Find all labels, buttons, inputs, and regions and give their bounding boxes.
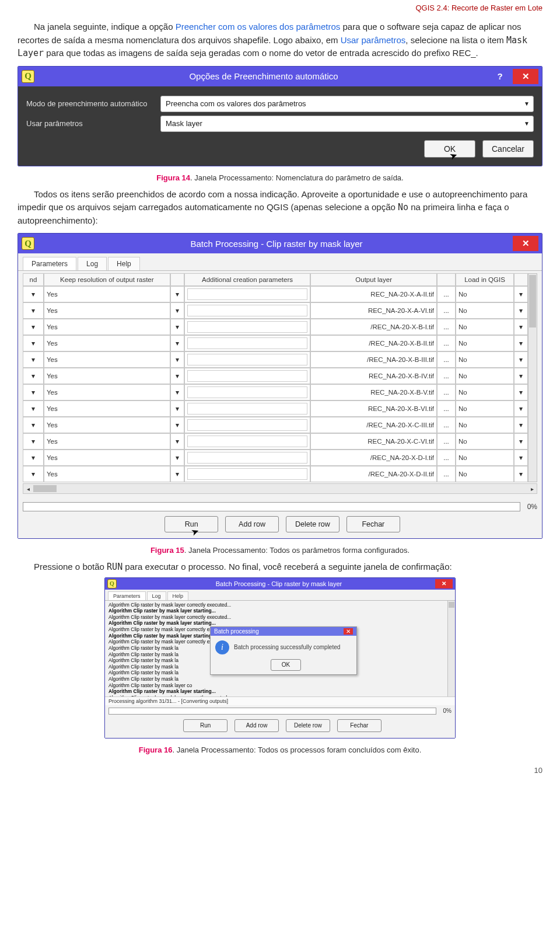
- delete-row-button[interactable]: Delete row: [286, 516, 340, 532]
- keep-res-dd[interactable]: ▾: [170, 319, 184, 335]
- autofill-mode-combo[interactable]: Preencha com os valores dos parâmetros▼: [160, 96, 534, 112]
- row-dd[interactable]: ▾: [23, 351, 44, 368]
- cancel-button[interactable]: Cancelar: [482, 140, 534, 158]
- keep-res-dd[interactable]: ▾: [170, 302, 184, 319]
- load-qgis-dd[interactable]: ▾: [514, 433, 528, 450]
- load-qgis-dd[interactable]: ▾: [514, 400, 528, 417]
- row-dd[interactable]: ▾: [23, 400, 44, 417]
- add-row-button[interactable]: Add row: [225, 516, 279, 532]
- tab-help[interactable]: Help: [167, 591, 189, 600]
- browse-button[interactable]: ...: [437, 384, 456, 400]
- delete-row-button[interactable]: Delete row: [286, 719, 330, 732]
- add-row-button[interactable]: Add row: [235, 719, 279, 732]
- load-qgis-dd[interactable]: ▾: [514, 351, 528, 368]
- load-qgis-dd[interactable]: ▾: [514, 450, 528, 466]
- info-icon: i: [215, 640, 229, 654]
- run-button[interactable]: Run➤: [164, 516, 218, 532]
- close-icon[interactable]: ✕: [513, 236, 538, 251]
- load-qgis-dd[interactable]: ▾: [514, 319, 528, 335]
- keep-res-value: Yes: [44, 286, 170, 302]
- keep-res-dd[interactable]: ▾: [170, 466, 184, 482]
- row-dd[interactable]: ▾: [23, 417, 44, 433]
- keep-res-value: Yes: [44, 368, 170, 384]
- addparams-input[interactable]: [187, 419, 308, 431]
- chevron-down-icon: ▼: [524, 120, 530, 127]
- browse-button[interactable]: ...: [437, 302, 456, 319]
- keep-res-dd[interactable]: ▾: [170, 286, 184, 302]
- load-qgis-dd[interactable]: ▾: [514, 368, 528, 384]
- browse-button[interactable]: ...: [437, 450, 456, 466]
- ok-button[interactable]: OK➤: [424, 140, 475, 158]
- tab-parameters[interactable]: Parameters: [108, 591, 146, 600]
- load-qgis-dd[interactable]: ▾: [514, 286, 528, 302]
- close-icon[interactable]: ✕: [344, 628, 353, 635]
- browse-button[interactable]: ...: [437, 417, 456, 433]
- run-button[interactable]: Run: [183, 719, 228, 732]
- addparams-input[interactable]: [187, 321, 308, 333]
- keep-res-dd[interactable]: ▾: [170, 417, 184, 433]
- close-icon[interactable]: ✕: [435, 579, 453, 588]
- tab-parameters[interactable]: Parameters: [23, 257, 76, 270]
- tab-log[interactable]: Log: [78, 257, 107, 270]
- browse-button[interactable]: ...: [437, 400, 456, 417]
- scroll-right-icon[interactable]: ▸: [527, 486, 537, 492]
- paragraph-3: Pressione o botão RUN para executar o pr…: [18, 560, 542, 574]
- row-dd[interactable]: ▾: [23, 286, 44, 302]
- keep-res-dd[interactable]: ▾: [170, 400, 184, 417]
- vertical-scrollbar[interactable]: [447, 601, 455, 696]
- browse-button[interactable]: ...: [437, 466, 456, 482]
- vertical-scrollbar[interactable]: [528, 273, 537, 482]
- progress-percent: 0%: [527, 503, 537, 511]
- close-icon[interactable]: ✕: [513, 69, 538, 84]
- addparams-input[interactable]: [187, 468, 308, 480]
- addparams-input[interactable]: [187, 436, 308, 447]
- paragraph-2: Todos os itens serão preenchidos de acor…: [18, 188, 542, 228]
- keep-res-dd[interactable]: ▾: [170, 384, 184, 400]
- row-dd[interactable]: ▾: [23, 450, 44, 466]
- addparams-input[interactable]: [187, 337, 308, 349]
- row-dd[interactable]: ▾: [23, 302, 44, 319]
- addparams-input[interactable]: [187, 354, 308, 365]
- browse-button[interactable]: ...: [437, 433, 456, 450]
- load-qgis-dd[interactable]: ▾: [514, 466, 528, 482]
- load-qgis-dd[interactable]: ▾: [514, 335, 528, 351]
- use-params-combo[interactable]: Mask layer▼: [160, 116, 534, 132]
- addparams-input[interactable]: [187, 452, 308, 464]
- addparams-input[interactable]: [187, 288, 308, 300]
- help-icon[interactable]: ?: [487, 69, 513, 84]
- keep-res-dd[interactable]: ▾: [170, 351, 184, 368]
- addparams-input[interactable]: [187, 370, 308, 382]
- browse-button[interactable]: ...: [437, 319, 456, 335]
- addparams-input[interactable]: [187, 305, 308, 316]
- close-button[interactable]: Fechar: [346, 516, 400, 532]
- progress-percent: 0%: [443, 708, 452, 714]
- addparams-input[interactable]: [187, 403, 308, 414]
- keep-res-dd[interactable]: ▾: [170, 433, 184, 450]
- row-dd[interactable]: ▾: [23, 368, 44, 384]
- keep-res-dd[interactable]: ▾: [170, 368, 184, 384]
- row-dd[interactable]: ▾: [23, 433, 44, 450]
- ok-button[interactable]: OK: [271, 659, 301, 671]
- addparams-input[interactable]: [187, 386, 308, 398]
- row-dd[interactable]: ▾: [23, 384, 44, 400]
- row-dd[interactable]: ▾: [23, 466, 44, 482]
- load-qgis-dd[interactable]: ▾: [514, 384, 528, 400]
- browse-button[interactable]: ...: [437, 335, 456, 351]
- horizontal-scrollbar[interactable]: ◂ ▸: [23, 483, 537, 494]
- keep-res-dd[interactable]: ▾: [170, 335, 184, 351]
- browse-button[interactable]: ...: [437, 286, 456, 302]
- tab-log[interactable]: Log: [147, 591, 166, 600]
- close-button[interactable]: Fechar: [337, 719, 382, 732]
- row-dd[interactable]: ▾: [23, 335, 44, 351]
- tab-help[interactable]: Help: [108, 257, 140, 270]
- output-path: /REC_NA-20-X-D-I.tif: [310, 450, 437, 466]
- browse-button[interactable]: ...: [437, 351, 456, 368]
- load-qgis-dd[interactable]: ▾: [514, 417, 528, 433]
- scroll-left-icon[interactable]: ◂: [23, 486, 33, 492]
- load-qgis-dd[interactable]: ▾: [514, 302, 528, 319]
- progress-bar: [108, 708, 436, 715]
- row-dd[interactable]: ▾: [23, 319, 44, 335]
- keep-res-dd[interactable]: ▾: [170, 450, 184, 466]
- keep-res-value: Yes: [44, 400, 170, 417]
- browse-button[interactable]: ...: [437, 368, 456, 384]
